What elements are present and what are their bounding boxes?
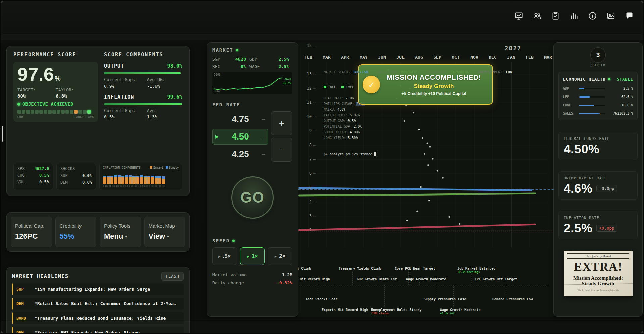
ticker-label: GDP [249, 57, 268, 62]
event-connector [506, 285, 506, 297]
fed-rate-option-4.50[interactable]: ▶4.50– [212, 129, 268, 145]
market-map-view[interactable]: Market MapView▾ [144, 217, 185, 247]
newspaper-masthead: The Quarterly Herald [567, 253, 629, 259]
inflation-rate-card: INFLATION RATE2.5%+0.0pp [558, 211, 638, 239]
sub-label: Avg: [147, 108, 182, 113]
advisors-icon[interactable] [533, 11, 542, 22]
inflation-components-chart [103, 171, 179, 184]
event-text: Stocks Hit Record High [298, 277, 330, 281]
bar-chart-icon[interactable] [570, 11, 579, 22]
policy-tools-menu[interactable]: Policy ToolsMenu▾ [100, 217, 141, 247]
flash-button[interactable]: FLASH [161, 272, 184, 281]
indicator-row: LONG YIELD:5.30% [324, 135, 365, 141]
demand-segment [121, 177, 124, 184]
component-value: 99.6% [167, 94, 182, 100]
stat-label: CHG [17, 173, 25, 178]
headline-row[interactable]: SUP*ISM Manufacturing Expands; New Order… [12, 283, 184, 295]
metric-slider-fill [579, 105, 594, 106]
fed-rate-option-4.75[interactable]: 4.75– [212, 111, 268, 127]
health-dot-icon [608, 78, 610, 80]
ticker-value: 2.5% [268, 64, 292, 69]
quarter-label: QUARTER [558, 64, 638, 67]
inflation-components-box: INFLATION COMPONENTS DemandSupply Q-13Q-… [99, 163, 182, 190]
go-button[interactable]: GO [231, 176, 274, 219]
event-label: Exports Hit Record High [322, 308, 368, 312]
speed-option-1×[interactable]: ▶1× [240, 247, 265, 265]
fed-rate-option-4.25[interactable]: 4.25– [212, 146, 268, 162]
month-label: JUN [374, 55, 390, 60]
progress-square [83, 110, 87, 114]
inflation-components-axis: Q-13Q-12Q-11Q-10Q-9Q-8Q-7Q-6Q-5Q-4Q-3Q-2… [103, 185, 179, 187]
headlines-panel: MARKET HEADLINES FLASH SUP*ISM Manufactu… [6, 267, 190, 333]
event-label: CPI Growth Off Target [475, 277, 517, 281]
status-label: JOB MARKET: [427, 70, 449, 74]
event-text: Tech Stocks Soar [305, 297, 337, 301]
ticker-value: 4628 [227, 57, 249, 62]
speed-option-.5×[interactable]: ▶.5× [212, 247, 237, 265]
lower-rate-button[interactable]: − [271, 138, 292, 162]
demand-segment [103, 177, 106, 184]
checklist-icon[interactable] [551, 11, 560, 22]
game-screen: PERFORMANCE SCORE 97.6% TARGET: TAYLOR: … [1, 1, 643, 333]
indicator-value: 5.30% [347, 136, 358, 140]
inflation-component-bar [114, 175, 117, 184]
info-icon[interactable] [588, 11, 597, 22]
headline-row[interactable]: DEM*Services PMI Expands; New Orders Str… [12, 327, 184, 333]
event-connector [437, 285, 437, 297]
month-label: JUL [392, 55, 409, 60]
status-value: MODERATE [401, 70, 417, 74]
indicator-row: POTENTIAL GDP:2.0% [324, 124, 365, 129]
speed-option-2×[interactable]: ▶2× [268, 247, 292, 265]
indicator-label: OUTPUT GAP: [324, 119, 346, 123]
economy-panel: 3 QUARTER ECONOMIC HEALTH STABLE GDP2.5 … [553, 42, 643, 317]
market-stat-row: SPX4627.6 [17, 166, 49, 171]
axis-tick-label: Q-6 [129, 185, 132, 187]
progress-square [35, 110, 39, 114]
headline-row[interactable]: BOND*Treasury Plans Reduced Bond Issuanc… [12, 312, 184, 324]
daily-change-label: Daily change [212, 280, 244, 285]
volume-label: Market volume [212, 272, 247, 277]
check-icon: ✓ [363, 76, 380, 93]
legend-swatch-icon [166, 166, 168, 169]
component-label: INFLATION [104, 94, 134, 100]
fed-rate-buttons: + − [271, 111, 292, 164]
fed-rate-title: FED RATE [212, 102, 240, 107]
metric-value: 762302.3 % [608, 112, 633, 115]
ticker-grid: S&P4628GDP2.5%REC0%WAGE2.5% [212, 57, 292, 69]
demand-segment [155, 178, 158, 184]
indicator-row: SHORT YIELD:4.00% [324, 129, 365, 135]
newspaper[interactable]: The Quarterly Herald EXTRA! Mission Acco… [564, 250, 633, 296]
market-stats-box: SPX4627.6CHG0.5%VOL0.5% [13, 163, 53, 190]
inflation-component-bar [151, 176, 154, 184]
newspaper-headline: Mission Accomplished: [567, 275, 629, 281]
demand-segment [136, 177, 139, 184]
inflation-component-bar [144, 176, 147, 184]
progress-square [44, 110, 47, 114]
headline-text: *Retail Sales Beat Est.; Consumer Confid… [35, 301, 176, 306]
stat-value: 0.0% [82, 173, 92, 178]
terminal-prompt[interactable]: $> analyze_policy_stance [324, 152, 376, 156]
presentation-chart-icon[interactable] [514, 11, 523, 22]
market-status-item: MARKET STATUS:BULLISH [324, 70, 368, 74]
progress-square [48, 110, 52, 114]
rate-card-delta: +0.0pp [596, 225, 617, 232]
speed-label: 2× [279, 253, 285, 260]
health-metrics: GDP2.5 %LFP62.6 %CONF16.0 %SALES762302.3… [563, 87, 633, 115]
spark-last: 4628 +0.5% [283, 78, 291, 86]
raise-rate-button[interactable]: + [271, 111, 292, 135]
economic-health-title: ECONOMIC HEALTH [563, 77, 606, 82]
health-metric-gdp: GDP2.5 % [563, 87, 633, 90]
legend-item: Demand [150, 166, 163, 169]
target-taylor-grid: TARGET: TAYLOR: 80% 6.8% [17, 87, 94, 99]
y-axis-label: 9 [301, 128, 312, 133]
metric-value: 62.6 % [608, 95, 633, 99]
y-axis-label: 3 [301, 214, 312, 218]
inflation-component-bar [140, 175, 143, 184]
gallery-icon[interactable] [606, 11, 615, 22]
event-text: CPI Growth Off Target [475, 277, 517, 281]
rate-card-value-row: 4.6%-0.0pp [564, 182, 633, 195]
rate-card-label: UNEMPLOYMENT RATE [564, 176, 633, 180]
headline-row[interactable]: DEM*Retail Sales Beat Est.; Consumer Con… [12, 298, 184, 310]
demand-segment [118, 177, 121, 184]
chat-icon[interactable] [625, 11, 634, 22]
